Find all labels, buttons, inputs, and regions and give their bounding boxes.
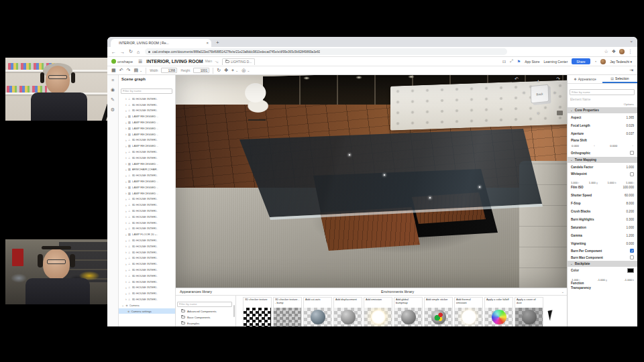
help-icon[interactable]: ◔: [594, 60, 597, 64]
whitepoint-i[interactable]: 1.000: [626, 181, 633, 184]
section-tone-mapping[interactable]: ⌄ Tone Mapping: [568, 157, 637, 163]
height-input[interactable]: 1001: [193, 68, 209, 73]
scene-graph-item[interactable]: › ⊥ 3D HOUSE INTERI..: [119, 285, 175, 291]
backplate-r[interactable]: -1.000: [571, 278, 578, 282]
visibility-icon[interactable]: ◉: [111, 87, 115, 93]
tree-chevron-icon[interactable]: ›: [125, 221, 127, 225]
gamma-value[interactable]: 1.200: [627, 234, 635, 237]
tree-chevron-icon[interactable]: ›: [125, 274, 127, 278]
scene-graph-item[interactable]: › ▦ LAMP FLOOR 20 +..: [119, 231, 175, 237]
scene-graph-item[interactable]: › ⊥ 3D HOUSE INTERI..: [119, 102, 175, 108]
appearance-thumbnail[interactable]: 3D checker texture -- bump: [273, 297, 302, 326]
cube-up-icon[interactable]: ▴: [537, 78, 539, 82]
options-link[interactable]: Options: [568, 103, 637, 107]
rotate-left-icon[interactable]: ↶: [515, 76, 519, 82]
library-folder[interactable]: Advanced Components: [176, 308, 235, 314]
exit-icon[interactable]: ⇥: [629, 68, 633, 73]
tree-chevron-icon[interactable]: ›: [125, 297, 127, 301]
tree-chevron-icon[interactable]: ›: [125, 168, 127, 172]
browser-profile-avatar[interactable]: [619, 49, 625, 54]
render-viewport[interactable]: ↶ ↷ ◂ ▸ ▴ ▾ Back: [176, 75, 567, 288]
tree-chevron-icon[interactable]: ›: [125, 97, 127, 101]
bookmark-star-icon[interactable]: ☆: [604, 49, 608, 54]
tree-chevron-icon[interactable]: ›: [125, 121, 127, 125]
whitepoint-checkbox[interactable]: [630, 172, 634, 176]
user-avatar[interactable]: [600, 59, 606, 64]
library-folder[interactable]: Examples: [176, 320, 235, 326]
scene-graph-item[interactable]: › ⊥ 3D HOUSE INTERI..: [119, 273, 175, 279]
scene-graph-item[interactable]: › ⊥ 3D HOUSE INTERI..: [119, 196, 175, 202]
scene-graph-item[interactable]: › ▦ LAMP RECESSED ..: [119, 143, 175, 149]
view-cube[interactable]: ↶ ↷ ◂ ▸ ▴ ▾ Back: [515, 76, 564, 115]
appearance-thumbnail[interactable]: Add simple sticker: [424, 297, 453, 326]
vignetting-value[interactable]: 0.000: [627, 242, 635, 245]
scene-graph-item[interactable]: › ⊥ 3D HOUSE INTERI..: [119, 255, 175, 261]
move-tool-icon[interactable]: ✥: [224, 68, 228, 73]
scene-graph-item[interactable]: › ▦ ARMCHAIR (CHAR..: [119, 167, 175, 173]
region-select-icon[interactable]: ▦: [111, 68, 116, 73]
library-folder[interactable]: Base Components: [176, 314, 235, 320]
stepper-left-icon[interactable]: ‹: [594, 144, 594, 147]
scene-graph-item[interactable]: › ⊥ 3D HOUSE INTERI..: [119, 243, 175, 249]
document-tab-lighting[interactable]: LIGHTING D...: [222, 58, 255, 65]
scene-graph-item-camera-settings[interactable]: ◈ Camera settings: [119, 308, 175, 314]
appearance-thumbnail[interactable]: 3D checker texture: [243, 297, 272, 326]
viewport-tool-icon[interactable]: [557, 111, 563, 115]
appearance-thumbnail[interactable]: Add emission: [364, 297, 392, 326]
tree-chevron-icon[interactable]: ›: [125, 197, 127, 201]
scene-graph-item[interactable]: › ⊥ 3D HOUSE INTERI..: [119, 108, 175, 114]
onshape-logo[interactable]: onshape: [111, 59, 133, 64]
section-core-properties[interactable]: ⌄ Core Properties: [568, 107, 637, 113]
tab-selection[interactable]: ▤ Selection: [602, 75, 637, 83]
tree-chevron-icon[interactable]: ›: [125, 103, 127, 107]
library-filter-input[interactable]: [177, 302, 232, 307]
tree-chevron-icon[interactable]: ›: [125, 156, 127, 160]
aperture-value[interactable]: 0.037: [627, 132, 635, 135]
tree-chevron-icon[interactable]: ›: [125, 185, 127, 189]
tab-appearance[interactable]: ❖ Appearance: [568, 75, 602, 83]
workspace-name[interactable]: Main: [205, 60, 212, 63]
tree-chevron-icon[interactable]: ›: [125, 162, 127, 166]
stepper-right-icon[interactable]: ›: [633, 144, 633, 147]
save-chevron-icon[interactable]: ⌄: [140, 68, 142, 72]
browser-menu-icon[interactable]: ⋮: [628, 49, 633, 54]
whitepoint-b[interactable]: 1.000: [607, 181, 614, 184]
rotate-right-icon[interactable]: ↷: [556, 76, 560, 82]
cube-left-icon[interactable]: ◂: [523, 90, 525, 95]
undo-icon[interactable]: ↶: [119, 68, 123, 73]
appearance-thumbnail[interactable]: Add global bumpmap: [394, 297, 423, 326]
scene-graph-item[interactable]: › ⊥ 3D HOUSE INTERI..: [119, 96, 175, 102]
scene-graph-item[interactable]: › ⊥ 3D HOUSE INTERI..: [119, 249, 175, 255]
scene-graph-item[interactable]: › ⊥ 3D HOUSE INTERI..: [119, 202, 175, 208]
tree-chevron-icon[interactable]: ›: [125, 256, 127, 260]
forward-icon[interactable]: →: [120, 50, 125, 54]
appearance-thumbnail[interactable]: Add cut-outs: [303, 297, 332, 326]
tree-chevron-icon[interactable]: ›: [125, 233, 127, 237]
scene-graph-item[interactable]: › ⊥ 3D HOUSE INTERI..: [119, 172, 175, 178]
library-folder[interactable]: Materials: [176, 326, 235, 327]
cube-right-icon[interactable]: ▸: [554, 90, 556, 95]
scene-graph-item[interactable]: › ⊥ 3D HOUSE INTERI..: [119, 208, 175, 214]
tree-chevron-icon[interactable]: ›: [125, 115, 127, 119]
view-cube-face[interactable]: Back: [531, 84, 549, 104]
tree-chevron-icon[interactable]: ›: [125, 250, 127, 254]
scene-graph-filter-input[interactable]: [121, 88, 172, 94]
branch-icon[interactable]: ⌥: [215, 60, 219, 64]
tree-chevron-icon[interactable]: ›: [125, 180, 127, 184]
new-tab-button[interactable]: +: [216, 40, 219, 46]
feedback-flag-icon[interactable]: ⚑: [517, 59, 521, 64]
back-icon[interactable]: ←: [111, 50, 116, 54]
tree-chevron-icon[interactable]: ›: [125, 227, 127, 231]
scene-graph-item[interactable]: › ⊥ 3D HOUSE INTERI..: [119, 220, 175, 226]
tree-chevron-icon[interactable]: ›: [125, 215, 127, 219]
close-tab-icon[interactable]: ×: [206, 41, 209, 45]
saturation-value[interactable]: 1.000: [627, 226, 635, 229]
appearance-thumbnail[interactable]: Apply a cover of dust: [515, 297, 543, 326]
tree-chevron-icon[interactable]: ›: [125, 174, 127, 178]
scene-graph-item[interactable]: › ⊥ 3D HOUSE INTERI..: [119, 137, 175, 143]
display-settings-icon[interactable]: ⊡: [502, 59, 506, 64]
share-button[interactable]: Share: [572, 58, 590, 64]
tree-chevron-icon[interactable]: ›: [125, 209, 127, 213]
tree-chevron-icon[interactable]: ›: [125, 268, 127, 272]
section-backplate[interactable]: ⌄ Backplate: [568, 261, 637, 267]
